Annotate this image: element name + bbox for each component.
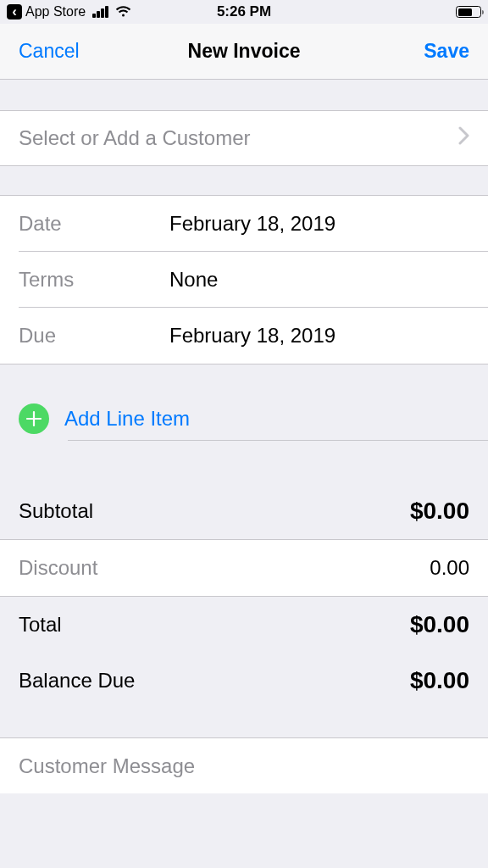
nav-bar: Cancel New Invoice Save bbox=[0, 24, 488, 80]
date-label: Date bbox=[19, 212, 169, 236]
discount-row[interactable]: Discount 0.00 bbox=[0, 540, 488, 596]
total-label: Total bbox=[19, 613, 62, 637]
date-value: February 18, 2019 bbox=[169, 212, 336, 236]
cellular-signal-icon bbox=[92, 6, 108, 18]
subtotal-value: $0.00 bbox=[410, 498, 469, 525]
due-row[interactable]: Due February 18, 2019 bbox=[0, 308, 488, 364]
subtotal-label: Subtotal bbox=[19, 499, 93, 523]
terms-row[interactable]: Terms None bbox=[0, 252, 488, 308]
terms-label: Terms bbox=[19, 268, 169, 292]
select-customer-placeholder: Select or Add a Customer bbox=[19, 126, 250, 150]
subtotal-row: Subtotal $0.00 bbox=[0, 483, 488, 539]
date-row[interactable]: Date February 18, 2019 bbox=[0, 196, 488, 252]
discount-label: Discount bbox=[19, 556, 97, 580]
status-bar: App Store 5:26 PM bbox=[0, 0, 488, 24]
add-line-item-label: Add Line Item bbox=[64, 407, 190, 431]
chevron-right-icon bbox=[458, 126, 469, 150]
due-label: Due bbox=[19, 324, 169, 348]
balance-due-label: Balance Due bbox=[19, 669, 135, 693]
customer-message-placeholder: Customer Message bbox=[19, 754, 195, 778]
cancel-button[interactable]: Cancel bbox=[19, 40, 80, 63]
total-row: Total $0.00 bbox=[0, 597, 488, 653]
battery-icon bbox=[456, 6, 481, 18]
terms-value: None bbox=[169, 268, 218, 292]
total-value: $0.00 bbox=[410, 611, 469, 638]
customer-message-row[interactable]: Customer Message bbox=[0, 737, 488, 793]
due-value: February 18, 2019 bbox=[169, 324, 336, 348]
balance-due-value: $0.00 bbox=[410, 667, 469, 694]
add-line-item-row[interactable]: Add Line Item bbox=[0, 388, 488, 449]
status-time: 5:26 PM bbox=[217, 3, 271, 20]
discount-value: 0.00 bbox=[430, 556, 469, 580]
balance-due-row: Balance Due $0.00 bbox=[0, 653, 488, 709]
back-to-app-label[interactable]: App Store bbox=[25, 4, 86, 19]
page-title: New Invoice bbox=[188, 40, 301, 63]
save-button[interactable]: Save bbox=[424, 40, 469, 63]
select-customer-row[interactable]: Select or Add a Customer bbox=[0, 110, 488, 166]
back-to-app-icon[interactable] bbox=[7, 4, 22, 19]
wifi-icon bbox=[115, 6, 131, 18]
plus-circle-icon bbox=[19, 403, 49, 434]
